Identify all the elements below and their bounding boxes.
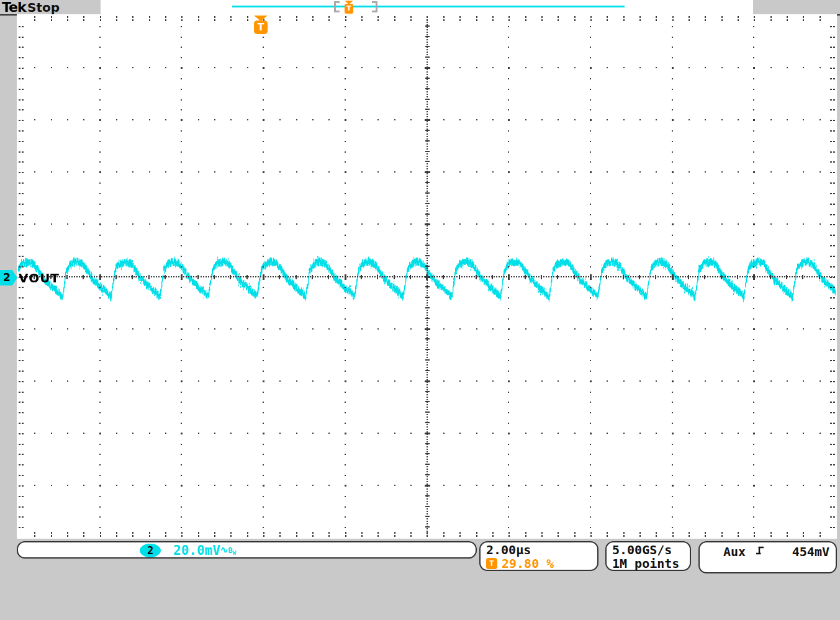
bandwidth-limit-icon: BW (228, 546, 236, 555)
trigger-position-readout: T 29.80 % (486, 557, 592, 570)
window-bracket-right-icon[interactable] (372, 1, 377, 12)
oscilloscope-screen: Tek Stop T T 2 VOUT 2 20.0mV∿BW 2.00µs T (0, 0, 840, 620)
trigger-position-marker-icon[interactable]: T (254, 16, 268, 35)
top-status-bar: Tek Stop T (0, 0, 840, 14)
trigger-position-value: 29.80 % (502, 556, 554, 571)
trigger-readout-box[interactable]: Aux 454mV (698, 541, 837, 573)
trigger-source-value: Aux (723, 544, 746, 559)
trigger-level-value: 454mV (792, 544, 829, 559)
record-length-readout: 1M points (612, 557, 684, 570)
record-trigger-shield-icon: T (345, 4, 353, 14)
tek-logo: Tek (2, 0, 26, 15)
channel-readout-box[interactable]: 2 20.0mV∿BW (17, 541, 477, 559)
channel-2-badge: 2 (140, 544, 161, 557)
channel-2-label: VOUT (19, 271, 60, 285)
timebase-readout-box[interactable]: 2.00µs T 29.80 % (479, 541, 598, 571)
acquisition-readout-box[interactable]: 5.00GS/s 1M points (605, 541, 691, 571)
timebase-scale-readout: 2.00µs (486, 543, 592, 557)
waveform-display (18, 16, 836, 537)
sample-rate-readout: 5.00GS/s (612, 543, 684, 557)
vertical-scale-value: 20.0mV (173, 543, 220, 558)
ac-coupling-icon: ∿ (220, 544, 228, 555)
record-trigger-marker-icon[interactable]: T (344, 0, 354, 14)
record-view[interactable]: T (101, 0, 753, 14)
window-bracket-left-icon[interactable] (334, 1, 340, 12)
channel-2-ground-marker[interactable]: 2 (0, 270, 17, 285)
channel-2-scale-readout: 20.0mV∿BW (173, 542, 236, 557)
trigger-source-row: Aux 454mV (706, 544, 829, 559)
record-trace-line (232, 6, 625, 7)
trigger-t-icon: T (486, 558, 497, 569)
rising-edge-icon (756, 545, 765, 559)
acquisition-state: Stop (27, 0, 60, 15)
trigger-position-shield-icon: T (254, 20, 268, 34)
